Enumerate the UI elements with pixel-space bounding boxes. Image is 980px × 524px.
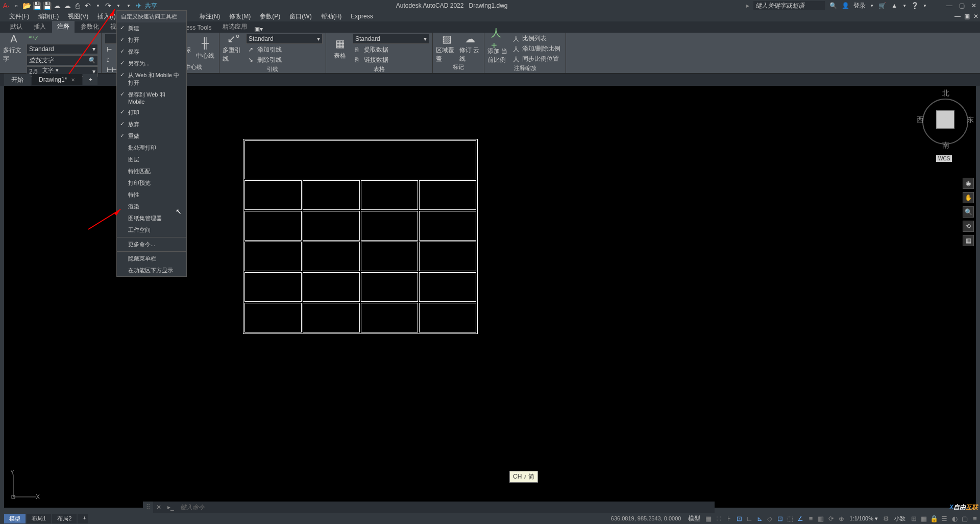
table-style-combo[interactable]: Standard▾ <box>353 34 429 44</box>
grid-toggle-icon[interactable]: ▦ <box>703 513 714 523</box>
extract-data-button[interactable]: ⎘提取数据 <box>353 45 429 54</box>
ribbon-overflow-icon[interactable]: ▣▾ <box>253 26 263 33</box>
nav-showmotion-icon[interactable]: ▦ <box>963 235 974 246</box>
link-data-button[interactable]: ⎘链接数据 <box>353 55 429 64</box>
maximize-icon[interactable]: ▢ <box>958 2 966 10</box>
search-icon[interactable]: 🔍 <box>829 2 837 10</box>
table-button[interactable]: ▦表格 <box>329 34 351 62</box>
undo-icon[interactable]: ↶ <box>84 2 92 10</box>
tab-default[interactable]: 默认 <box>5 21 28 33</box>
nav-pan-icon[interactable]: ✋ <box>963 192 974 203</box>
command-line[interactable]: ⠿ ✕ ▸_ 键入命令 <box>143 502 715 513</box>
customize-status-icon[interactable]: ≡ <box>970 513 980 523</box>
menu-param[interactable]: 参数(P) <box>256 11 284 22</box>
workspace-icon[interactable]: ⊞ <box>909 513 919 523</box>
web-open-icon[interactable]: ☁ <box>53 2 61 10</box>
lock-ui-icon[interactable]: 🔒 <box>929 513 939 523</box>
tab-drawing1[interactable]: Drawing1*✕ <box>32 74 82 85</box>
open-icon[interactable]: 📂 <box>22 2 31 10</box>
saveas-icon[interactable]: 💾 <box>43 2 51 10</box>
minimize-icon[interactable]: — <box>945 2 953 10</box>
tab-new-button[interactable]: + <box>83 74 97 85</box>
transparency-icon[interactable]: ▥ <box>816 513 826 523</box>
units-label[interactable]: 小数 <box>891 515 909 522</box>
cmdline-prompt[interactable]: 键入命令 <box>177 503 715 512</box>
dd-redo[interactable]: 重做 <box>117 130 186 142</box>
wipeout-button[interactable]: ▨区域覆盖 <box>436 34 457 62</box>
otrack-toggle-icon[interactable]: ∠ <box>795 513 805 523</box>
cycling-icon[interactable]: ⟳ <box>826 513 836 523</box>
login-label[interactable]: 登录 <box>853 2 866 10</box>
dd-properties[interactable]: 特性 <box>117 189 186 201</box>
dd-print[interactable]: 打印 <box>117 107 186 118</box>
cmdline-handle-icon[interactable]: ⠿ <box>143 502 153 513</box>
share-label[interactable]: 共享 <box>145 2 157 10</box>
nav-orbit-icon[interactable]: ⟲ <box>963 221 974 232</box>
print-icon[interactable]: ⎙ <box>74 2 82 10</box>
dd-new[interactable]: 新建 <box>117 22 186 34</box>
revcloud-button[interactable]: ☁修订 云线 <box>459 34 481 62</box>
tab-start[interactable]: 开始 <box>4 74 31 86</box>
dd-saveas[interactable]: 另存为... <box>117 58 186 69</box>
ortho-toggle-icon[interactable]: ∟ <box>744 513 754 523</box>
menu-help[interactable]: 帮助(H) <box>317 11 346 22</box>
tab-featured[interactable]: 精选应用 <box>217 21 252 33</box>
autodesk-icon[interactable]: ▲ <box>890 2 898 10</box>
find-text-input[interactable]: 查找文字🔍 <box>27 55 98 65</box>
wcs-label[interactable]: WCS <box>936 155 952 162</box>
scale-list-button[interactable]: 人比例列表 <box>511 34 562 43</box>
3dosnap-icon[interactable]: ⬚ <box>785 513 795 523</box>
dd-layer[interactable]: 图层 <box>117 154 186 165</box>
share-icon[interactable]: ✈ <box>135 2 143 10</box>
isolate-icon[interactable]: ☰ <box>939 513 949 523</box>
scale-readout[interactable]: 1:1/100% ▾ <box>846 515 881 522</box>
quickprops-icon[interactable]: ▦ <box>919 513 929 523</box>
cart-icon[interactable]: 🛒 <box>878 2 886 10</box>
dd-workspace[interactable]: 工作空间 <box>117 224 186 236</box>
layout-model[interactable]: 模型 <box>4 514 26 523</box>
close-icon[interactable]: ✕ <box>970 2 978 10</box>
infer-toggle-icon[interactable]: ⊦ <box>724 513 734 523</box>
tab-annotate[interactable]: 注释 <box>52 21 75 33</box>
dd-open[interactable]: 打开 <box>117 34 186 46</box>
app-icon[interactable]: A· <box>2 2 10 10</box>
snap-toggle-icon[interactable]: ⸬ <box>714 513 724 523</box>
qat-customize-icon[interactable]: ▼ <box>125 2 133 10</box>
viewcube-top[interactable]: 上 <box>936 110 954 129</box>
menu-insert[interactable]: 插入(I) <box>93 11 119 22</box>
web-save-icon[interactable]: ☁ <box>63 2 71 10</box>
menu-modify[interactable]: 修改(M) <box>225 11 255 22</box>
redo-icon[interactable]: ↷ <box>104 2 112 10</box>
tab-insert[interactable]: 插入 <box>29 21 51 33</box>
add-del-scale-button[interactable]: 人添加/删除比例 <box>511 44 562 53</box>
lineweight-icon[interactable]: ≡ <box>805 513 816 523</box>
centerline-button[interactable]: ╫中心线 <box>194 34 216 62</box>
mleader-style-combo[interactable]: Standard▾ <box>246 34 323 44</box>
dd-webopen[interactable]: 从 Web 和 Mobile 中打开 <box>117 69 186 89</box>
menu-edit[interactable]: 编辑(E) <box>34 11 63 22</box>
doc-restore-icon[interactable]: ▣ <box>963 12 971 20</box>
viewcube[interactable]: 北 南 西 东 上 WCS <box>925 91 966 152</box>
dynamic-input-icon[interactable]: ⊡ <box>734 513 744 523</box>
dd-plotpreview[interactable]: 打印预览 <box>117 177 186 189</box>
dd-websave[interactable]: 保存到 Web 和 Mobile <box>117 89 186 107</box>
annot-monitor-icon[interactable]: ⊕ <box>836 513 846 523</box>
search-input[interactable]: 键入关键字或短语 <box>753 1 825 10</box>
iso-toggle-icon[interactable]: ◇ <box>765 513 775 523</box>
cmdline-close-icon[interactable]: ✕ <box>153 504 164 511</box>
menu-file[interactable]: 文件(F) <box>5 11 33 22</box>
layout-1[interactable]: 布局1 <box>27 514 51 523</box>
abc-check-icon[interactable]: ᴬᴮ✓ <box>27 34 98 43</box>
redo-drop-icon[interactable]: ▼ <box>114 2 122 10</box>
new-icon[interactable]: ▫ <box>12 2 20 10</box>
polar-toggle-icon[interactable]: ⊾ <box>754 513 765 523</box>
dd-save[interactable]: 保存 <box>117 46 186 58</box>
menu-dim[interactable]: 标注(N) <box>195 11 225 22</box>
remove-leader-button[interactable]: ↘删除引线 <box>246 55 323 64</box>
dd-show-below[interactable]: 在功能区下方显示 <box>117 265 186 276</box>
dd-more[interactable]: 更多命令... <box>117 239 186 250</box>
menu-express[interactable]: Express <box>347 12 377 21</box>
help-icon[interactable]: ❔ <box>911 2 919 10</box>
osnap-toggle-icon[interactable]: ⊡ <box>775 513 785 523</box>
gear-icon[interactable]: ⚙ <box>881 513 891 523</box>
